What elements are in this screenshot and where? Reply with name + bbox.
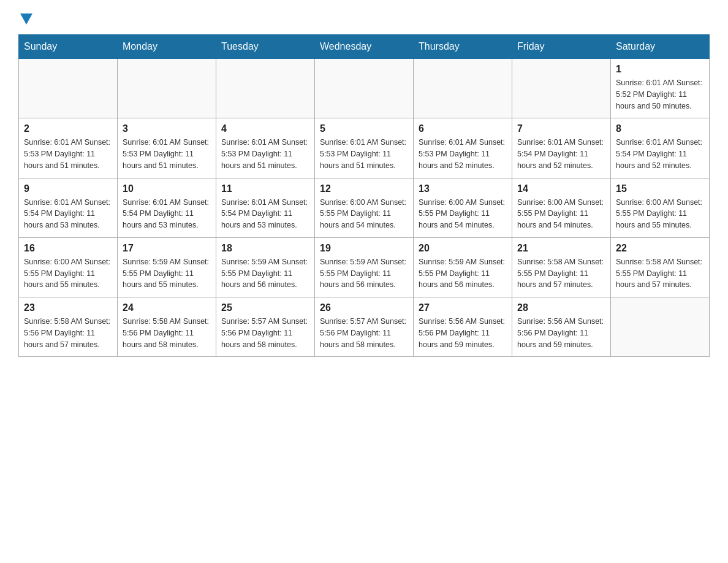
day-number: 16 [24,243,112,254]
day-info: Sunrise: 5:58 AM Sunset: 5:55 PM Dayligh… [517,256,605,291]
day-info: Sunrise: 5:58 AM Sunset: 5:56 PM Dayligh… [24,316,112,350]
day-info: Sunrise: 5:59 AM Sunset: 5:55 PM Dayligh… [419,256,507,291]
calendar-cell: 24Sunrise: 5:58 AM Sunset: 5:56 PM Dayli… [118,297,216,357]
day-info: Sunrise: 6:01 AM Sunset: 5:54 PM Dayligh… [221,197,309,231]
calendar-cell: 18Sunrise: 5:59 AM Sunset: 5:55 PM Dayli… [216,237,315,297]
day-info: Sunrise: 6:01 AM Sunset: 5:54 PM Dayligh… [517,137,605,171]
day-info: Sunrise: 6:01 AM Sunset: 5:54 PM Dayligh… [123,197,211,231]
calendar-header-row: SundayMondayTuesdayWednesdayThursdayFrid… [19,35,710,59]
day-number: 14 [517,183,605,194]
calendar-cell: 10Sunrise: 6:01 AM Sunset: 5:54 PM Dayli… [118,178,216,237]
day-number: 17 [123,243,211,254]
day-header-saturday: Saturday [611,35,710,59]
calendar-table: SundayMondayTuesdayWednesdayThursdayFrid… [18,34,710,357]
day-number: 23 [24,302,112,313]
calendar-cell: 2Sunrise: 6:01 AM Sunset: 5:53 PM Daylig… [19,118,118,178]
day-info: Sunrise: 5:58 AM Sunset: 5:55 PM Dayligh… [616,256,704,291]
day-number: 10 [123,183,211,194]
day-info: Sunrise: 5:57 AM Sunset: 5:56 PM Dayligh… [320,316,408,350]
calendar-cell: 15Sunrise: 6:00 AM Sunset: 5:55 PM Dayli… [611,178,710,237]
day-number: 11 [221,183,309,194]
day-number: 6 [419,123,507,134]
day-info: Sunrise: 5:59 AM Sunset: 5:55 PM Dayligh… [320,256,408,291]
calendar-cell: 7Sunrise: 6:01 AM Sunset: 5:54 PM Daylig… [512,118,611,178]
day-number: 22 [616,243,704,254]
calendar-cell: 17Sunrise: 5:59 AM Sunset: 5:55 PM Dayli… [118,237,216,297]
calendar-cell: 5Sunrise: 6:01 AM Sunset: 5:53 PM Daylig… [315,118,414,178]
calendar-cell [19,59,118,118]
day-number: 26 [320,302,408,313]
day-number: 25 [221,302,309,313]
calendar-cell: 25Sunrise: 5:57 AM Sunset: 5:56 PM Dayli… [216,297,315,357]
day-header-friday: Friday [512,35,611,59]
calendar-cell: 27Sunrise: 5:56 AM Sunset: 5:56 PM Dayli… [414,297,512,357]
calendar-cell: 28Sunrise: 5:56 AM Sunset: 5:56 PM Dayli… [512,297,611,357]
day-info: Sunrise: 6:01 AM Sunset: 5:53 PM Dayligh… [320,137,408,171]
day-info: Sunrise: 6:01 AM Sunset: 5:53 PM Dayligh… [24,137,112,171]
calendar-cell: 6Sunrise: 6:01 AM Sunset: 5:53 PM Daylig… [414,118,512,178]
day-number: 15 [616,183,704,194]
day-info: Sunrise: 6:01 AM Sunset: 5:52 PM Dayligh… [616,77,704,112]
day-info: Sunrise: 6:01 AM Sunset: 5:53 PM Dayligh… [123,137,211,171]
calendar-cell: 22Sunrise: 5:58 AM Sunset: 5:55 PM Dayli… [611,237,710,297]
calendar-cell: 13Sunrise: 6:00 AM Sunset: 5:55 PM Dayli… [414,178,512,237]
day-number: 13 [419,183,507,194]
calendar-cell: 14Sunrise: 6:00 AM Sunset: 5:55 PM Dayli… [512,178,611,237]
calendar-cell [414,59,512,118]
calendar-cell: 1Sunrise: 6:01 AM Sunset: 5:52 PM Daylig… [611,59,710,118]
day-info: Sunrise: 5:56 AM Sunset: 5:56 PM Dayligh… [517,316,605,350]
calendar-cell: 9Sunrise: 6:01 AM Sunset: 5:54 PM Daylig… [19,178,118,237]
calendar-week-row: 2Sunrise: 6:01 AM Sunset: 5:53 PM Daylig… [19,118,710,178]
calendar-cell: 8Sunrise: 6:01 AM Sunset: 5:54 PM Daylig… [611,118,710,178]
day-number: 21 [517,243,605,254]
day-info: Sunrise: 5:59 AM Sunset: 5:55 PM Dayligh… [221,256,309,291]
day-info: Sunrise: 6:00 AM Sunset: 5:55 PM Dayligh… [419,197,507,231]
day-info: Sunrise: 6:00 AM Sunset: 5:55 PM Dayligh… [616,197,704,231]
calendar-cell [315,59,414,118]
day-number: 2 [24,123,112,134]
day-header-thursday: Thursday [414,35,512,59]
calendar-cell: 3Sunrise: 6:01 AM Sunset: 5:53 PM Daylig… [118,118,216,178]
day-number: 1 [616,64,704,75]
calendar-cell: 20Sunrise: 5:59 AM Sunset: 5:55 PM Dayli… [414,237,512,297]
day-header-wednesday: Wednesday [315,35,414,59]
day-header-sunday: Sunday [19,35,118,59]
calendar-week-row: 1Sunrise: 6:01 AM Sunset: 5:52 PM Daylig… [19,59,710,118]
day-info: Sunrise: 5:57 AM Sunset: 5:56 PM Dayligh… [221,316,309,350]
day-number: 8 [616,123,704,134]
calendar-cell [512,59,611,118]
day-number: 9 [24,183,112,194]
calendar-cell: 11Sunrise: 6:01 AM Sunset: 5:54 PM Dayli… [216,178,315,237]
calendar-cell: 19Sunrise: 5:59 AM Sunset: 5:55 PM Dayli… [315,237,414,297]
calendar-cell: 26Sunrise: 5:57 AM Sunset: 5:56 PM Dayli… [315,297,414,357]
day-info: Sunrise: 6:00 AM Sunset: 5:55 PM Dayligh… [517,197,605,231]
calendar-cell: 4Sunrise: 6:01 AM Sunset: 5:53 PM Daylig… [216,118,315,178]
page-header [18,12,710,23]
calendar-cell: 12Sunrise: 6:00 AM Sunset: 5:55 PM Dayli… [315,178,414,237]
day-number: 24 [123,302,211,313]
day-info: Sunrise: 5:56 AM Sunset: 5:56 PM Dayligh… [419,316,507,350]
logo-triangle-icon [20,13,32,25]
day-header-tuesday: Tuesday [216,35,315,59]
day-info: Sunrise: 6:00 AM Sunset: 5:55 PM Dayligh… [24,256,112,291]
day-number: 4 [221,123,309,134]
day-info: Sunrise: 6:01 AM Sunset: 5:53 PM Dayligh… [221,137,309,171]
calendar-cell [216,59,315,118]
day-number: 27 [419,302,507,313]
day-info: Sunrise: 5:59 AM Sunset: 5:55 PM Dayligh… [123,256,211,291]
calendar-cell: 23Sunrise: 5:58 AM Sunset: 5:56 PM Dayli… [19,297,118,357]
calendar-cell [118,59,216,118]
day-number: 20 [419,243,507,254]
day-number: 3 [123,123,211,134]
day-number: 19 [320,243,408,254]
day-number: 5 [320,123,408,134]
day-number: 12 [320,183,408,194]
calendar-week-row: 23Sunrise: 5:58 AM Sunset: 5:56 PM Dayli… [19,297,710,357]
day-info: Sunrise: 5:58 AM Sunset: 5:56 PM Dayligh… [123,316,211,350]
calendar-week-row: 16Sunrise: 6:00 AM Sunset: 5:55 PM Dayli… [19,237,710,297]
day-info: Sunrise: 6:01 AM Sunset: 5:54 PM Dayligh… [24,197,112,231]
day-header-monday: Monday [118,35,216,59]
day-number: 7 [517,123,605,134]
day-info: Sunrise: 6:01 AM Sunset: 5:53 PM Dayligh… [419,137,507,171]
day-number: 28 [517,302,605,313]
